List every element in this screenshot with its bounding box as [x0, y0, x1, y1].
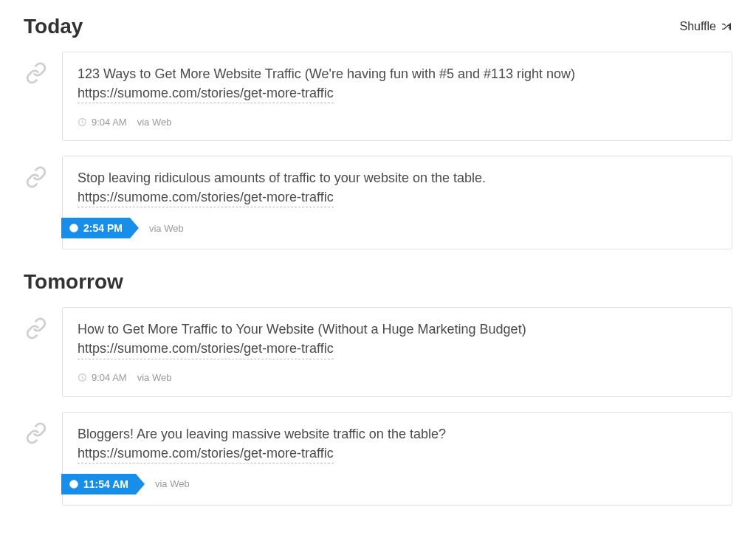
post-row: 123 Ways to Get More Website Traffic (We… [24, 52, 732, 141]
link-icon [25, 422, 47, 444]
post-time: 11:54 AM [83, 478, 128, 490]
shuffle-icon [721, 21, 732, 32]
link-icon [25, 62, 47, 84]
post-row: Bloggers! Are you leaving massive websit… [24, 412, 732, 506]
post-body: How to Get More Traffic to Your Website … [63, 308, 732, 369]
time-tag[interactable]: 11:54 AM [61, 474, 136, 494]
post-via: via Web [137, 117, 172, 128]
link-icon-column [24, 307, 49, 339]
clock-icon [78, 117, 87, 127]
post-footer: 11:54 AM via Web [63, 474, 732, 505]
post-text: 123 Ways to Get More Website Traffic (We… [78, 64, 717, 84]
post-url[interactable]: https://sumome.com/stories/get-more-traf… [78, 339, 334, 359]
post-via: via Web [137, 372, 172, 383]
clock-icon [69, 479, 79, 489]
post-text: Stop leaving ridiculous amounts of traff… [78, 168, 717, 188]
post-via: via Web [149, 223, 184, 234]
post-text: How to Get More Traffic to Your Website … [78, 320, 717, 339]
link-icon-column [24, 156, 49, 188]
post-card[interactable]: Bloggers! Are you leaving massive websit… [62, 412, 732, 506]
post-card[interactable]: Stop leaving ridiculous amounts of traff… [62, 156, 732, 249]
section-header-tomorrow: Tomorrow [24, 270, 732, 294]
post-footer: 9:04 AM via Web [63, 114, 732, 140]
link-icon-column [24, 52, 49, 84]
post-row: Stop leaving ridiculous amounts of traff… [24, 156, 732, 249]
clock-icon [69, 223, 79, 233]
link-icon [25, 317, 47, 339]
post-card[interactable]: 123 Ways to Get More Website Traffic (We… [62, 52, 732, 141]
post-url[interactable]: https://sumome.com/stories/get-more-traf… [78, 188, 334, 207]
post-time: 9:04 AM [92, 117, 127, 128]
post-footer: 2:54 PM via Web [63, 218, 732, 249]
post-body: Bloggers! Are you leaving massive websit… [63, 413, 732, 474]
shuffle-button[interactable]: Shuffle [679, 20, 732, 33]
time-tag[interactable]: 2:54 PM [61, 218, 130, 238]
link-icon [25, 166, 47, 188]
post-footer: 9:04 AM via Web [63, 370, 732, 396]
section-header-today: Today Shuffle [24, 15, 732, 38]
clock-icon [78, 373, 87, 382]
post-time: 2:54 PM [83, 222, 123, 234]
section-title: Today [24, 15, 83, 38]
post-body: 123 Ways to Get More Website Traffic (We… [63, 52, 732, 114]
section-title: Tomorrow [24, 270, 123, 294]
post-via: via Web [155, 478, 190, 489]
shuffle-label: Shuffle [679, 20, 716, 33]
post-row: How to Get More Traffic to Your Website … [24, 307, 732, 396]
post-url[interactable]: https://sumome.com/stories/get-more-traf… [78, 444, 334, 463]
post-text: Bloggers! Are you leaving massive websit… [78, 424, 717, 444]
post-card[interactable]: How to Get More Traffic to Your Website … [62, 307, 732, 396]
post-body: Stop leaving ridiculous amounts of traff… [63, 156, 732, 218]
post-time: 9:04 AM [92, 372, 127, 383]
link-icon-column [24, 412, 49, 444]
post-url[interactable]: https://sumome.com/stories/get-more-traf… [78, 84, 334, 103]
